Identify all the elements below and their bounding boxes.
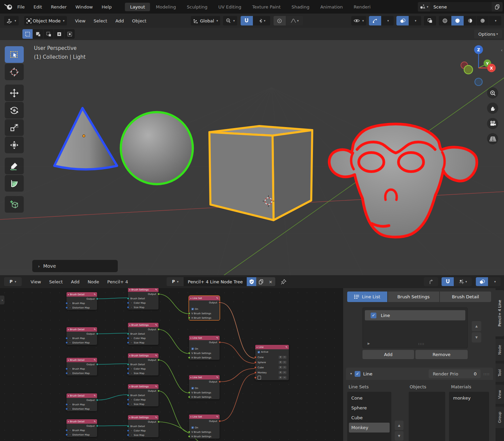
- visibility-dropdown[interactable]: ▾: [351, 16, 366, 25]
- brush-detail-node[interactable]: ▾Brush Detail✎ Output Brush Map Distorti…: [67, 292, 97, 310]
- checkbox[interactable]: [69, 337, 71, 339]
- on-checkbox[interactable]: ✓: [191, 387, 194, 389]
- chevron-down-icon[interactable]: ▾: [190, 376, 191, 378]
- input-socket[interactable]: [127, 403, 129, 405]
- shading-wireframe-button[interactable]: [439, 16, 451, 25]
- objects-list[interactable]: [409, 392, 445, 441]
- workspace-tab-animation[interactable]: Animation: [315, 3, 348, 11]
- shading-rendered-button[interactable]: [477, 16, 489, 25]
- proportional-falloff-button[interactable]: ▾: [286, 16, 303, 25]
- node-menu-add[interactable]: Add: [67, 279, 83, 284]
- chevron-down-icon[interactable]: ▾: [68, 293, 69, 296]
- editor-type-button[interactable]: ▾: [4, 16, 19, 25]
- brush-settings-node[interactable]: ▾Brush Settings✎ Output Brush Detail Col…: [128, 323, 158, 345]
- tool-transform[interactable]: [5, 137, 24, 153]
- output-socket[interactable]: [96, 363, 98, 366]
- checkbox[interactable]: [69, 368, 71, 370]
- node-menu-node[interactable]: Node: [83, 279, 103, 284]
- workspace-tab-texture-paint[interactable]: Texture Paint: [247, 3, 286, 11]
- node-snap-target[interactable]: ▾: [454, 277, 472, 286]
- input-socket[interactable]: [127, 363, 129, 366]
- panel-expand-arrow[interactable]: ›: [0, 296, 4, 304]
- line-sets-list[interactable]: Cone Sphere Cube Monkey: [347, 392, 391, 441]
- brush-detail-node[interactable]: ▾Brush Detail✎ Output Brush Map Distorti…: [67, 358, 97, 375]
- checkbox[interactable]: [69, 429, 71, 431]
- on-checkbox[interactable]: ✓: [191, 348, 194, 350]
- shading-solid-button[interactable]: [451, 16, 464, 25]
- overlays-toggle-button[interactable]: [396, 16, 409, 25]
- node-tree-name-field[interactable]: Pencil+ 4 Line Node Tree: [184, 277, 247, 286]
- input-socket[interactable]: [188, 352, 190, 354]
- node-editor-type-button[interactable]: P ▾: [4, 277, 22, 286]
- input-socket[interactable]: [254, 366, 257, 369]
- go-parent-tree-button[interactable]: [424, 277, 438, 286]
- output-socket[interactable]: [157, 421, 160, 423]
- workspace-tab-sculpting[interactable]: Sculpting: [182, 3, 212, 11]
- input-socket[interactable]: [188, 431, 190, 433]
- workspace-tab-rendering[interactable]: Renderi: [349, 3, 376, 11]
- add-slot-button[interactable]: +: [279, 361, 282, 364]
- fake-user-button[interactable]: [247, 277, 256, 286]
- checkbox[interactable]: [69, 372, 71, 374]
- copy-node-tree-button[interactable]: [256, 277, 266, 286]
- menu-help[interactable]: Help: [97, 0, 116, 14]
- pencil-icon[interactable]: ✎: [285, 346, 287, 349]
- scene-name-field[interactable]: Scene: [430, 2, 492, 12]
- pencil-icon[interactable]: ✎: [94, 293, 96, 296]
- xray-toggle-button[interactable]: [424, 16, 436, 25]
- input-socket[interactable]: [66, 429, 68, 431]
- viewport-menu-view[interactable]: View: [71, 18, 90, 23]
- pencil-icon[interactable]: ✎: [216, 376, 218, 379]
- select-mode-subtract[interactable]: [43, 29, 54, 39]
- pencil-icon[interactable]: ✎: [216, 416, 218, 418]
- workspace-tab-uv-editing[interactable]: UV Editing: [213, 3, 246, 11]
- input-socket[interactable]: [66, 372, 68, 374]
- add-button[interactable]: Add: [362, 350, 414, 359]
- output-socket[interactable]: [157, 293, 160, 295]
- pencil-icon[interactable]: ✎: [216, 297, 218, 300]
- line-subpanel-header[interactable]: ▾ ✓ Line Render Prio 0 ::::: [346, 368, 493, 380]
- camera-view-button[interactable]: [487, 118, 498, 129]
- checkbox[interactable]: [130, 372, 133, 374]
- node-overlays-dropdown[interactable]: ▾: [488, 277, 501, 286]
- line-set-item-cube[interactable]: Cube: [347, 413, 391, 423]
- node-menu-pencil4[interactable]: Pencil+ 4: [103, 279, 132, 284]
- pivot-point-button[interactable]: ▾: [223, 16, 237, 25]
- active-checkbox[interactable]: ✓: [258, 351, 260, 353]
- line-set-item-sphere[interactable]: Sphere: [347, 403, 391, 413]
- input-socket[interactable]: [66, 337, 68, 339]
- chevron-down-icon[interactable]: ▾: [68, 328, 69, 331]
- tree-type-button[interactable]: P ▾: [167, 277, 184, 286]
- tool-annotate[interactable]: [5, 158, 24, 174]
- tab-brush-detail[interactable]: Brush Detail: [440, 292, 491, 302]
- input-socket[interactable]: [66, 368, 68, 370]
- line-set-item-monkey-selected[interactable]: Monkey: [349, 423, 390, 433]
- pencil-icon[interactable]: ✎: [155, 288, 157, 291]
- input-socket[interactable]: [66, 302, 68, 304]
- output-socket[interactable]: [219, 381, 221, 383]
- sidebar-collapse-arrow[interactable]: ‹: [501, 48, 503, 53]
- shading-dropdown[interactable]: ▾: [489, 16, 501, 25]
- tool-move[interactable]: [5, 85, 24, 101]
- pan-button[interactable]: [487, 103, 498, 114]
- menu-render[interactable]: Render: [46, 0, 71, 14]
- sphere-object[interactable]: [121, 112, 193, 184]
- checkbox[interactable]: [69, 408, 71, 410]
- pencil-icon[interactable]: ✎: [155, 385, 157, 388]
- checkbox[interactable]: [130, 341, 133, 344]
- cone-object[interactable]: [54, 108, 117, 170]
- viewport-menu-object[interactable]: Object: [128, 18, 150, 23]
- gizmo-neg-z-ball[interactable]: [475, 78, 482, 86]
- input-socket[interactable]: [66, 408, 68, 410]
- line-enabled-checkbox[interactable]: ✓: [371, 313, 376, 318]
- input-socket[interactable]: [66, 403, 68, 406]
- viewport-menu-select[interactable]: Select: [90, 18, 111, 23]
- remove-slot-button[interactable]: −: [283, 366, 286, 369]
- input-socket[interactable]: [127, 425, 129, 427]
- input-socket[interactable]: [254, 356, 257, 358]
- chevron-down-icon[interactable]: ▾: [129, 288, 130, 291]
- chevron-down-icon[interactable]: ▾: [190, 416, 191, 418]
- pencil-icon[interactable]: ✎: [94, 328, 96, 331]
- brush-detail-node[interactable]: ▾Brush Detail✎ Output Brush Map Distorti…: [67, 393, 97, 411]
- shading-material-button[interactable]: [464, 16, 476, 25]
